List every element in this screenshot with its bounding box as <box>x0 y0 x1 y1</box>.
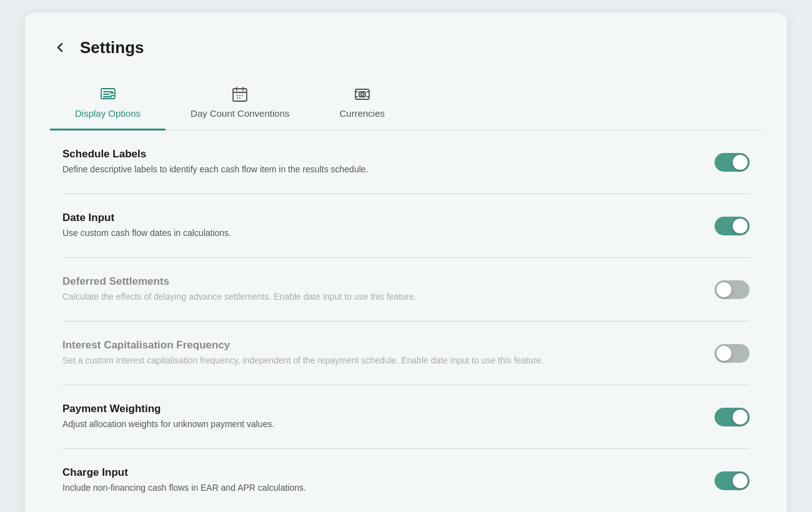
toggle-thumb-payment-weighting <box>733 410 748 425</box>
header: Settings <box>50 37 762 57</box>
display-icon <box>99 86 117 103</box>
page-title: Settings <box>80 38 144 57</box>
setting-row-schedule-labels: Schedule Labels Define descriptive label… <box>62 130 750 194</box>
toggle-interest-capitalisation[interactable] <box>715 344 750 363</box>
setting-info-schedule-labels: Schedule Labels Define descriptive label… <box>62 148 715 176</box>
setting-desc-schedule-labels: Define descriptive labels to identify ea… <box>62 163 690 176</box>
setting-title-interest-capitalisation: Interest Capitalisation Frequency <box>62 339 690 352</box>
money-icon <box>354 86 371 103</box>
setting-title-date-input: Date Input <box>62 212 690 224</box>
settings-card: Settings Display Options <box>25 12 787 512</box>
tab-currencies[interactable]: Currencies <box>314 78 410 130</box>
svg-point-11 <box>239 95 240 96</box>
setting-title-charge-input: Charge Input <box>62 466 690 479</box>
toggle-thumb-schedule-labels <box>733 155 748 170</box>
settings-content: Schedule Labels Define descriptive label… <box>50 130 762 512</box>
setting-row-date-input: Date Input Use custom cash flow dates in… <box>62 194 750 258</box>
setting-info-interest-capitalisation: Interest Capitalisation Frequency Set a … <box>62 339 715 367</box>
toggle-date-input[interactable] <box>715 217 750 235</box>
toggle-thumb-interest-capitalisation <box>716 346 731 361</box>
toggle-schedule-labels[interactable] <box>715 153 750 172</box>
tab-currencies-label: Currencies <box>339 108 385 119</box>
tab-day-count[interactable]: Day Count Conventions <box>166 78 314 130</box>
setting-row-charge-input: Charge Input Include non-financing cash … <box>62 449 750 512</box>
tab-day-count-label: Day Count Conventions <box>191 108 289 119</box>
svg-point-12 <box>242 95 243 96</box>
toggle-payment-weighting[interactable] <box>715 408 750 426</box>
toggle-thumb-deferred-settlements <box>716 282 731 297</box>
setting-desc-date-input: Use custom cash flow dates in calculatio… <box>62 227 690 240</box>
setting-title-payment-weighting: Payment Weighting <box>62 403 690 415</box>
svg-point-13 <box>237 97 238 99</box>
setting-title-schedule-labels: Schedule Labels <box>62 148 690 160</box>
svg-point-14 <box>239 97 240 99</box>
svg-rect-15 <box>355 89 369 99</box>
setting-desc-interest-capitalisation: Set a custom interest capitalisation fre… <box>62 354 690 367</box>
setting-desc-payment-weighting: Adjust allocation weights for unknown pa… <box>62 418 690 431</box>
calendar-icon <box>231 86 249 103</box>
setting-row-deferred-settlements: Deferred Settlements Calculate the effec… <box>62 258 750 322</box>
toggle-thumb-date-input <box>733 219 748 234</box>
setting-row-payment-weighting: Payment Weighting Adjust allocation weig… <box>62 385 750 449</box>
setting-info-payment-weighting: Payment Weighting Adjust allocation weig… <box>62 403 715 431</box>
setting-info-charge-input: Charge Input Include non-financing cash … <box>62 466 715 495</box>
setting-info-date-input: Date Input Use custom cash flow dates in… <box>62 212 715 240</box>
setting-title-deferred-settlements: Deferred Settlements <box>62 275 690 288</box>
setting-row-interest-capitalisation: Interest Capitalisation Frequency Set a … <box>62 322 750 385</box>
svg-point-17 <box>360 93 364 96</box>
back-button[interactable] <box>50 37 70 57</box>
setting-desc-deferred-settlements: Calculate the effects of delaying advanc… <box>62 290 690 303</box>
tab-display-options[interactable]: Display Options <box>50 78 166 130</box>
setting-desc-charge-input: Include non-financing cash flows in EAR … <box>62 481 690 495</box>
toggle-charge-input[interactable] <box>715 471 750 490</box>
tabs-bar: Display Options Day Count Conventions <box>50 77 762 130</box>
toggle-deferred-settlements[interactable] <box>715 280 750 299</box>
svg-point-10 <box>237 95 238 96</box>
tab-display-options-label: Display Options <box>75 108 141 119</box>
setting-info-deferred-settlements: Deferred Settlements Calculate the effec… <box>62 275 715 303</box>
toggle-thumb-charge-input <box>733 473 748 488</box>
